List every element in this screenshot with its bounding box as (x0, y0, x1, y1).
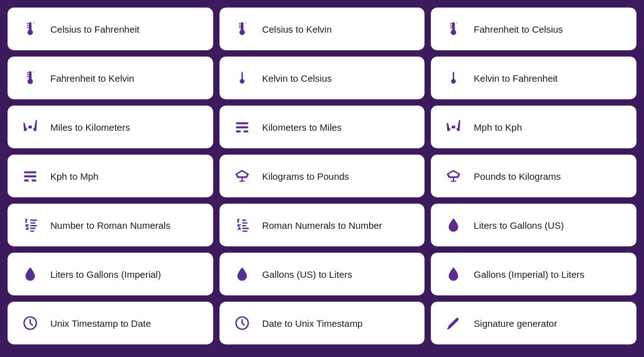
card-date-to-unix[interactable]: Date to Unix Timestamp (219, 302, 425, 344)
card-mph-to-kph[interactable]: Mph to Kph (431, 106, 636, 148)
card-label: Miles to Kilometers (50, 122, 130, 133)
scale-icon (232, 166, 252, 186)
card-label: Pounds to Kilograms (474, 171, 560, 182)
card-label: Liters to Gallons (Imperial) (50, 269, 161, 280)
svg-rect-15 (451, 181, 457, 182)
svg-rect-5 (236, 126, 248, 128)
card-label: Gallons (US) to Liters (262, 269, 352, 280)
card-label: Kilograms to Pounds (262, 171, 349, 182)
card-kelvin-to-celsius[interactable]: Kelvin to Celsius (219, 57, 425, 99)
card-gallons-us-to-liters[interactable]: Gallons (US) to Liters (219, 253, 425, 295)
svg-text:°: ° (33, 22, 35, 26)
card-roman-to-number[interactable]: Roman Numerals to Number (219, 204, 425, 246)
card-label: Kelvin to Celsius (262, 73, 332, 84)
card-label: Gallons (Imperial) to Liters (474, 269, 584, 280)
road-bar-icon (232, 117, 252, 137)
scale-icon (443, 166, 464, 186)
card-label: Roman Numerals to Number (262, 220, 382, 231)
card-pounds-to-kilograms[interactable]: Pounds to Kilograms (431, 155, 636, 197)
svg-rect-9 (24, 175, 36, 177)
card-celsius-to-kelvin[interactable]: ° Celsius to Kelvin (219, 8, 425, 50)
card-miles-to-kilometers[interactable]: Miles to Kilometers (8, 106, 213, 148)
svg-rect-6 (236, 130, 241, 132)
droplet-icon (232, 264, 252, 284)
card-label: Celsius to Kelvin (262, 24, 332, 35)
card-celsius-to-fahrenheit[interactable]: ° Celsius to Fahrenheit (8, 8, 213, 50)
sort-num-rev-icon (232, 215, 252, 235)
card-label: Mph to Kph (474, 122, 522, 133)
card-number-to-roman[interactable]: Number to Roman Numerals (8, 204, 213, 246)
card-kilometers-to-miles[interactable]: Kilometers to Miles (219, 106, 425, 148)
card-label: Number to Roman Numerals (50, 220, 170, 231)
card-label: Fahrenheit to Kelvin (50, 73, 134, 84)
card-label: Kilometers to Miles (262, 122, 342, 133)
svg-rect-10 (24, 179, 29, 181)
droplet-icon (20, 264, 40, 284)
pen-icon (443, 313, 464, 333)
road-icon (20, 117, 40, 137)
thermometer-dual-icon: ° (232, 19, 252, 39)
converter-grid: ° Celsius to Fahrenheit ° Celsius to Kel… (8, 8, 636, 344)
card-fahrenheit-to-celsius[interactable]: ° Fahrenheit to Celsius (431, 8, 636, 50)
svg-text:°: ° (457, 22, 458, 26)
svg-rect-4 (236, 122, 248, 124)
card-label: Kelvin to Fahrenheit (474, 73, 557, 84)
card-liters-to-gallons-imperial[interactable]: Liters to Gallons (Imperial) (8, 253, 213, 295)
card-unix-to-date[interactable]: Unix Timestamp to Date (8, 302, 213, 344)
card-label: Date to Unix Timestamp (262, 318, 363, 329)
svg-text:°: ° (33, 71, 35, 75)
droplet-icon (443, 215, 464, 235)
card-kph-to-mph[interactable]: Kph to Mph (8, 155, 213, 197)
card-gallons-imperial-to-liters[interactable]: Gallons (Imperial) to Liters (431, 253, 636, 295)
card-liters-to-gallons-us[interactable]: Liters to Gallons (US) (431, 204, 636, 246)
svg-rect-14 (453, 178, 454, 180)
svg-rect-7 (243, 130, 248, 132)
card-signature-generator[interactable]: Signature generator (431, 302, 636, 344)
thermometer-single-icon (232, 68, 252, 88)
sort-num-icon (20, 215, 40, 235)
svg-rect-13 (239, 181, 245, 182)
clock-icon (232, 313, 252, 333)
card-label: Signature generator (474, 318, 557, 329)
thermometer-dual-icon: ° (443, 19, 464, 39)
card-label: Unix Timestamp to Date (50, 318, 151, 329)
svg-rect-8 (24, 171, 36, 173)
clock-icon (20, 313, 40, 333)
thermometer-dual-icon: ° (20, 19, 40, 39)
droplet-icon (443, 264, 464, 284)
card-label: Fahrenheit to Celsius (474, 24, 563, 35)
card-kilograms-to-pounds[interactable]: Kilograms to Pounds (219, 155, 425, 197)
card-fahrenheit-to-kelvin[interactable]: ° Fahrenheit to Kelvin (8, 57, 213, 99)
svg-rect-11 (31, 179, 36, 181)
card-label: Kph to Mph (50, 171, 99, 182)
card-kelvin-to-fahrenheit[interactable]: Kelvin to Fahrenheit (431, 57, 636, 99)
thermometer-dual-icon: ° (20, 68, 40, 88)
thermometer-single-icon (443, 68, 464, 88)
card-label: Liters to Gallons (US) (474, 220, 564, 231)
road-bar-icon (20, 166, 40, 186)
svg-rect-12 (242, 178, 243, 180)
card-label: Celsius to Fahrenheit (50, 24, 140, 35)
svg-text:°: ° (245, 22, 247, 26)
road-icon (443, 117, 464, 137)
